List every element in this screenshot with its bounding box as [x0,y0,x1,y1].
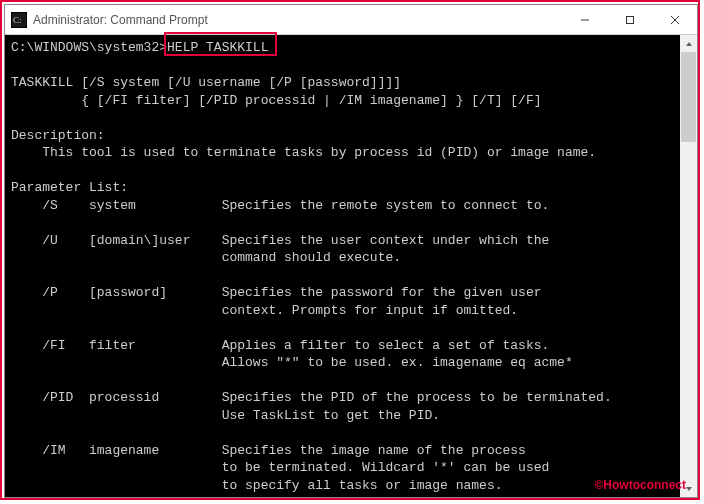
titlebar[interactable]: C: Administrator: Command Prompt [5,5,697,35]
cmd-window: C: Administrator: Command Prompt C:\WIND… [4,4,698,498]
close-button[interactable] [652,5,697,35]
scroll-up-arrow[interactable] [680,35,697,52]
content-area: C:\WINDOWS\system32>HELP TASKKILL TASKKI… [5,35,697,497]
scroll-track[interactable] [680,52,697,480]
svg-rect-4 [626,16,633,23]
scroll-down-arrow[interactable] [680,480,697,497]
window-title: Administrator: Command Prompt [33,13,562,27]
minimize-button[interactable] [562,5,607,35]
vertical-scrollbar[interactable] [680,35,697,497]
svg-marker-8 [686,487,692,491]
annotation-outer-border: C: Administrator: Command Prompt C:\WIND… [0,0,700,500]
svg-text:C:: C: [13,15,22,25]
scroll-thumb[interactable] [681,52,696,142]
cmd-icon: C: [11,12,27,28]
terminal-output[interactable]: C:\WINDOWS\system32>HELP TASKKILL TASKKI… [5,35,680,497]
maximize-button[interactable] [607,5,652,35]
svg-marker-7 [686,42,692,46]
